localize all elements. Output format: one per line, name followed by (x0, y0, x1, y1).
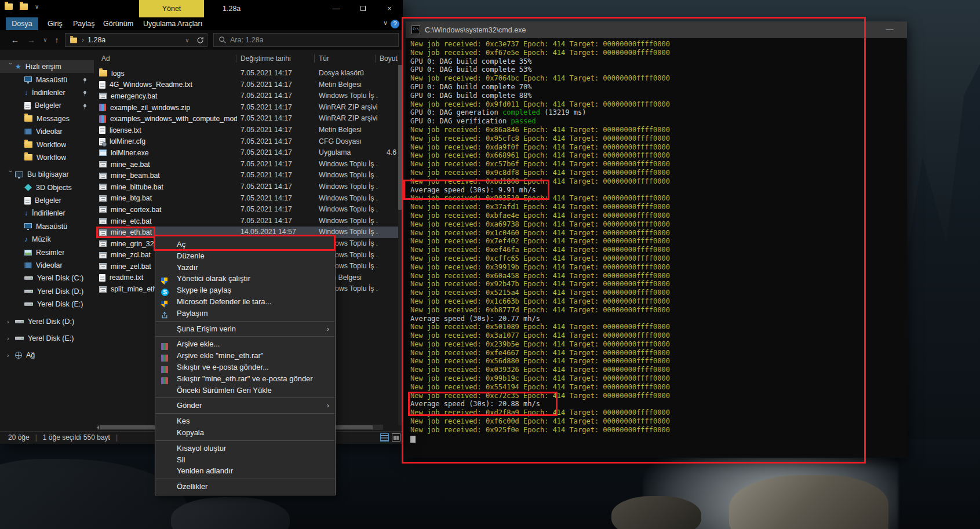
sidebar-item-yerel-disk-e[interactable]: Yerel Disk (E:) (0, 298, 94, 311)
sidebar-item-messages[interactable]: Messages (0, 112, 94, 125)
breadcrumb[interactable]: › 1.28a ∨ (65, 33, 207, 47)
maximize-button[interactable] (349, 0, 376, 17)
menu-item-sil[interactable]: Sil (155, 454, 335, 466)
address-dropdown-icon[interactable]: ∨ (181, 37, 193, 43)
console-output[interactable]: New job received: 0xc3e737 Epoch: 414 Ta… (406, 38, 907, 458)
scroll-left-icon[interactable] (97, 426, 99, 429)
refresh-icon[interactable] (193, 35, 207, 46)
file-row-emergency-bat[interactable]: emergency.bat7.05.2021 14:17Windows Topl… (97, 90, 399, 102)
menu-item-s-k-t-r-mine-eth-rar-ve-e-posta-g-nder[interactable]: Sıkıştır "mine_eth.rar" ve e-posta gönde… (155, 373, 335, 385)
text-file-icon (99, 81, 105, 89)
chevron-right-icon[interactable]: › (7, 352, 15, 359)
file-row-license-txt[interactable]: license.txt7.05.2021 14:17Metin Belgesi (97, 125, 399, 136)
file-row-mine-ae-bat[interactable]: mine_ae.bat7.05.2021 14:17Windows Toplu … (97, 159, 399, 170)
up-button[interactable]: ↑ (50, 30, 64, 50)
sidebar-item-workflow[interactable]: Workflow (0, 138, 94, 151)
column-header-size[interactable]: Boyut (380, 52, 398, 65)
menu-item-una-eri-im-verin[interactable]: Şuna Erişim verin› (155, 323, 335, 335)
sidebar-item-yerel-disk-e[interactable]: ›Yerel Disk (E:) (0, 332, 94, 345)
chevron-down-icon[interactable]: › (8, 63, 14, 71)
file-name: example_zil_windows.zip (110, 104, 190, 112)
menu-item-yeniden-adland-r[interactable]: Yeniden adlandır (155, 465, 335, 477)
menu-item-zellikler[interactable]: Özellikler (155, 481, 335, 492)
chevron-right-icon[interactable]: › (7, 318, 15, 325)
cmd-minimize-button[interactable]: — (880, 21, 899, 37)
tab-g-r-n-m[interactable]: Görünüm (101, 17, 136, 30)
ribbon-expand-icon[interactable]: ∨ (383, 19, 388, 27)
column-header-name[interactable]: Ad (101, 52, 110, 65)
menu-item-ar-ive-ekle-mine-eth-rar[interactable]: Arşive ekle "mine_eth.rar" (155, 350, 335, 362)
sidebar-item-masa-st[interactable]: Masaüstü (0, 73, 94, 86)
file-row-mine-beam-bat[interactable]: mine_beam.bat7.05.2021 14:17Windows Topl… (97, 170, 399, 181)
console-line: New job received: 0x1c0460 Epoch: 414 Ta… (410, 229, 907, 238)
chevron-down-icon[interactable]: › (8, 170, 14, 178)
minimize-button[interactable]: — (323, 0, 349, 17)
forward-button[interactable]: → (24, 30, 38, 50)
search-input[interactable] (229, 35, 398, 45)
sidebar-item-videolar[interactable]: Videolar (0, 125, 94, 138)
file-row-logs[interactable]: logs7.05.2021 14:17Dosya klasörü (97, 68, 399, 79)
menu-item-ar-ive-ekle[interactable]: Arşive ekle... (155, 338, 335, 350)
tab-payla[interactable]: Paylaş (71, 17, 97, 30)
sidebar-item-belgeler[interactable]: Belgeler (0, 194, 94, 207)
sidebar-item-belgeler[interactable]: Belgeler (0, 99, 94, 112)
explorer-titlebar[interactable]: ∨ Yönet 1.28a — × (0, 0, 403, 17)
sidebar-item-resimler[interactable]: Resimler (0, 246, 94, 258)
close-button[interactable]: × (376, 0, 403, 17)
sidebar-item-m-zik[interactable]: ♪Müzik (0, 233, 94, 246)
vertical-scrollbar[interactable] (398, 65, 402, 425)
menu-item-skype-ile-payla[interactable]: SSkype ile paylaş (155, 284, 335, 296)
tab-uygulama-ara-lar[interactable]: Uygulama Araçları (141, 17, 205, 30)
tab-giri[interactable]: Giriş (45, 17, 65, 30)
sidebar-item-yerel-disk-c[interactable]: Yerel Disk (C:) (0, 272, 94, 284)
file-row-lolminer-cfg[interactable]: lolMiner.cfg7.05.2021 14:17CFG Dosyası (97, 136, 399, 148)
menu-item-kopyala[interactable]: Kopyala (155, 427, 335, 439)
column-header-date[interactable]: Değiştirme tarihi (241, 52, 291, 65)
file-row-4g-windows-readme-txt[interactable]: 4G_Windows_Readme.txt7.05.2021 14:17Meti… (97, 79, 399, 91)
file-row-example-zil-windows-zip[interactable]: example_zil_windows.zip7.05.2021 14:17Wi… (97, 102, 399, 114)
menu-item-s-k-t-r-ve-e-posta-g-nder[interactable]: Sıkıştır ve e-posta gönder... (155, 362, 335, 373)
sidebar-item-a[interactable]: ›Ağ (0, 349, 94, 362)
search-box[interactable] (213, 33, 399, 47)
menu-item-y-netici-olarak-al-t-r[interactable]: Yönetici olarak çalıştır (155, 273, 335, 284)
back-button[interactable]: ← (8, 30, 22, 50)
menu-item-nceki-s-r-mleri-geri-y-kle[interactable]: Önceki Sürümleri Geri Yükle (155, 385, 335, 396)
sidebar-item-workflow[interactable]: Workflow (0, 151, 94, 164)
thumbnails-view-button[interactable] (392, 433, 400, 442)
sidebar-item-bu-bilgisayar[interactable]: ›Bu bilgisayar (0, 168, 94, 181)
sidebar-item-i-ndirilenler[interactable]: ↓İndirilenler (0, 86, 94, 99)
sidebar-item-videolar[interactable]: Videolar (0, 259, 94, 272)
sidebar-item-3d-objects[interactable]: 3D Objects (0, 181, 94, 194)
file-row-mine-btg-bat[interactable]: mine_btg.bat7.05.2021 14:17Windows Toplu… (97, 193, 399, 205)
breadcrumb-path[interactable]: 1.28a (88, 36, 105, 44)
sidebar-item-h-zl-eri-im[interactable]: ›★Hızlı erişim (0, 60, 94, 73)
sidebar-item-yerel-disk-d[interactable]: Yerel Disk (D:) (0, 285, 94, 298)
sidebar-item-i-ndirilenler[interactable]: ↓İndirilenler (0, 207, 94, 220)
menu-item-a[interactable]: Aç (155, 239, 335, 250)
menu-item-d-zenle[interactable]: Düzenle (155, 250, 335, 262)
menu-item-kes[interactable]: Kes (155, 415, 335, 427)
scrollbar-thumb[interactable] (398, 65, 402, 210)
file-row-examples-windows-with-compute-mod[interactable]: examples_windows_with_compute_mod...7.05… (97, 113, 399, 125)
menu-item-k-sayol-olu-tur[interactable]: Kısayol oluştur (155, 443, 335, 454)
details-view-button[interactable] (380, 433, 389, 442)
manage-tab[interactable]: Yönet (139, 0, 204, 17)
sidebar-item-masa-st[interactable]: Masaüstü (0, 220, 94, 233)
qat-customize-icon[interactable]: ∨ (35, 3, 39, 10)
tab-dosya[interactable]: Dosya (6, 17, 38, 30)
help-icon[interactable]: ? (391, 20, 399, 28)
qat-folder-icon[interactable] (20, 3, 28, 10)
file-row-lolminer-exe[interactable]: lolMiner.exe7.05.2021 14:17Uygulama4.6 (97, 147, 399, 159)
file-row-mine-etc-bat[interactable]: mine_etc.bat7.05.2021 14:17Windows Toplu… (97, 216, 399, 227)
menu-item-payla-m[interactable]: Paylaşım (155, 308, 335, 319)
file-name: mine_eth.bat (111, 228, 152, 236)
chevron-right-icon[interactable]: › (7, 335, 15, 342)
file-row-mine-cortex-bat[interactable]: mine_cortex.bat7.05.2021 14:17Windows To… (97, 204, 399, 216)
menu-item-g-nder[interactable]: Gönder› (155, 400, 335, 411)
menu-item-yazd-r[interactable]: Yazdır (155, 262, 335, 273)
sidebar-item-yerel-disk-d[interactable]: ›Yerel Disk (D:) (0, 315, 94, 327)
file-row-mine-bittube-bat[interactable]: mine_bittube.bat7.05.2021 14:17Windows T… (97, 181, 399, 193)
column-header-type[interactable]: Tür (319, 52, 329, 65)
menu-item-microsoft-defender-ile-tara[interactable]: Microsoft Defender ile tara... (155, 296, 335, 308)
cmd-titlebar[interactable]: C:\Windows\system32\cmd.exe — (406, 21, 907, 38)
